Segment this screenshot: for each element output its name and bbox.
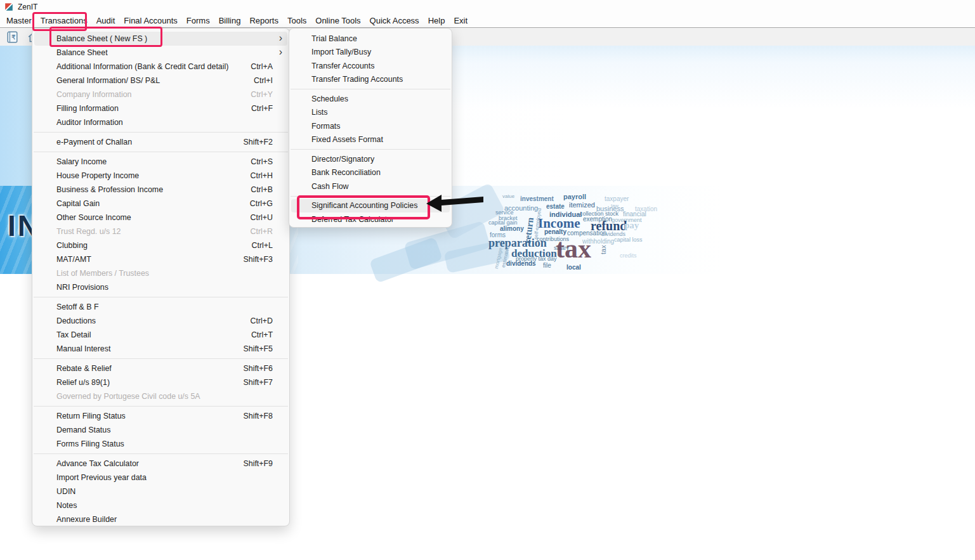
menu-item-annexure-builder[interactable]: Annexure Builder [34,512,287,526]
menu-item-import-previous-year-data[interactable]: Import Previous year data [34,471,287,485]
menu-item-salary-income[interactable]: Salary IncomeCtrl+S [34,155,287,169]
menubar-item-billing[interactable]: Billing [214,13,245,27]
menu-item-label: Notes [56,501,77,510]
menu-item-bank-reconciliation[interactable]: Bank Reconciliation [291,166,450,180]
menu-item-return-filing-status[interactable]: Return Filing StatusShift+F8 [34,409,287,423]
menu-item-governed-by-portugese-civil-code-u-s-5a: Governed by Portugese Civil code u/s 5A [34,389,287,403]
menu-item-transfer-accounts[interactable]: Transfer Accounts [291,59,450,73]
menu-item-mat-amt[interactable]: MAT/AMTShift+F3 [34,252,287,266]
transactions-menu: Balance Sheet ( New FS )›Balance Sheet›A… [32,28,290,526]
menu-item-schedules[interactable]: Schedules [291,92,450,106]
menubar-item-forms[interactable]: Forms [182,13,214,27]
menu-item-shortcut: Ctrl+S [251,157,273,166]
wordcloud-word: taxpayer [605,196,629,202]
menu-item-list-of-members-trustees: List of Members / Trustees [34,266,287,280]
menu-item-cash-flow[interactable]: Cash Flow [291,179,450,193]
menu-item-label: Deferred Tax Calculator [311,215,394,224]
menu-item-udin[interactable]: UDIN [34,485,287,498]
wordcloud-word: value [502,194,514,199]
menu-item-label: Annexure Builder [56,515,117,524]
title-bar: ZenIT [0,0,975,13]
menu-item-director-signatory[interactable]: Director/Signatory [291,152,450,166]
menubar-item-tools[interactable]: Tools [283,13,311,27]
menu-item-other-source-income[interactable]: Other Source IncomeCtrl+U [34,211,287,225]
menu-item-label: Business & Profession Income [56,185,163,194]
menu-item-shortcut: Ctrl+U [251,213,273,222]
menu-item-balance-sheet[interactable]: Balance Sheet› [34,46,287,60]
menu-item-nri-provisions[interactable]: NRI Provisions [34,280,287,294]
menu-item-formats[interactable]: Formats [291,119,450,133]
menu-item-e-payment-of-challan[interactable]: e-Payment of ChallanShift+F2 [34,135,287,149]
wordcloud-word: capital loss [614,237,643,243]
menu-item-label: Clubbing [56,241,88,250]
menu-item-lists[interactable]: Lists [291,106,450,120]
menubar-item-exit[interactable]: Exit [449,13,472,27]
menu-item-shortcut: Ctrl+G [250,199,273,208]
wordcloud-word: estate [546,204,565,210]
menu-item-house-property-income[interactable]: House Property IncomeCtrl+H [34,169,287,183]
menu-item-business-profession-income[interactable]: Business & Profession IncomeCtrl+B [34,183,287,197]
rupee-ledger-icon[interactable]: ₹ [4,29,20,44]
menu-item-import-tally-busy[interactable]: Import Tally/Busy [291,46,450,60]
menu-item-label: Additional Information (Bank & Credit Ca… [56,62,228,71]
menu-item-label: Import Previous year data [56,473,147,482]
menu-item-label: Trial Balance [311,34,357,43]
app-window: INC valueinvestmentpayrolltaxpayerlawacc… [0,0,975,560]
menu-separator [34,358,288,359]
menu-item-general-information-bs-p-l[interactable]: General Information/ BS/ P&LCtrl+I [34,74,287,88]
menu-item-rebate-relief[interactable]: Rebate & ReliefShift+F6 [34,361,287,375]
menu-item-advance-tax-calculator[interactable]: Advance Tax CalculatorShift+F9 [34,457,287,471]
menubar-item-audit[interactable]: Audit [92,13,120,27]
menu-item-fixed-assets-format[interactable]: Fixed Assets Format [291,133,450,147]
menu-item-shortcut: Ctrl+D [251,316,273,325]
menu-item-filling-information[interactable]: Filling InformationCtrl+F [34,101,287,115]
menu-item-label: Transfer Trading Accounts [311,75,403,84]
balance-sheet-new-fs-submenu: Trial BalanceImport Tally/BusyTransfer A… [289,28,452,228]
menubar-item-master[interactable]: Master [2,13,36,27]
menu-item-label: MAT/AMT [56,255,91,264]
menu-item-notes[interactable]: Notes [34,498,287,512]
menu-item-transfer-trading-accounts[interactable]: Transfer Trading Accounts [291,73,450,87]
menubar-item-reports[interactable]: Reports [245,13,283,27]
menu-item-demand-status[interactable]: Demand Status [34,423,287,437]
menu-item-deferred-tax-calculator[interactable]: Deferred Tax Calculator [291,212,450,226]
menu-separator [291,89,450,89]
menu-item-capital-gain[interactable]: Capital GainCtrl+G [34,197,287,211]
menu-item-label: Manual Interest [56,344,110,353]
menu-item-label: Significant Accounting Policies [311,201,417,210]
menubar-item-final-accounts[interactable]: Final Accounts [119,13,182,27]
wordcloud-word: pay [624,221,639,230]
menu-item-relief-u-s-89-1[interactable]: Relief u/s 89(1)Shift+F7 [34,375,287,389]
menu-item-shortcut: Shift+F7 [244,378,273,387]
menubar-item-help[interactable]: Help [424,13,450,27]
menubar-item-quick-access[interactable]: Quick Access [365,13,424,27]
menu-item-shortcut: Shift+F8 [244,412,273,420]
menu-item-significant-accounting-policies[interactable]: Significant Accounting Policies [291,199,450,213]
menu-item-balance-sheet-new-fs[interactable]: Balance Sheet ( New FS )› [34,32,287,46]
menu-item-shortcut: Ctrl+F [251,104,273,113]
menu-item-shortcut: Ctrl+I [254,76,273,85]
menu-item-shortcut: Ctrl+R [251,227,273,236]
menu-item-clubbing[interactable]: ClubbingCtrl+L [34,238,287,252]
menu-item-tax-detail[interactable]: Tax DetailCtrl+T [34,328,287,342]
menu-item-label: Advance Tax Calculator [56,459,139,468]
menu-item-shortcut: Shift+F9 [244,459,273,468]
menu-item-label: Rebate & Relief [56,364,112,373]
menu-item-shortcut: Ctrl+T [251,330,273,339]
menu-item-auditor-information[interactable]: Auditor Information [34,115,287,129]
menu-item-deductions[interactable]: DeductionsCtrl+D [34,314,287,328]
menu-item-label: Return Filing Status [56,412,126,420]
menu-item-forms-filing-status[interactable]: Forms Filing Status [34,437,287,451]
menu-item-label: Trust Regd. u/s 12 [56,227,121,236]
menubar-item-transactions[interactable]: Transactions [36,13,92,27]
menu-item-manual-interest[interactable]: Manual InterestShift+F5 [34,342,287,356]
menu-item-label: UDIN [56,487,75,496]
menu-item-shortcut: Shift+F6 [244,364,273,373]
menu-separator [34,406,288,407]
menubar-item-online-tools[interactable]: Online Tools [311,13,365,27]
menu-item-additional-information-bank-credit-card-detail[interactable]: Additional Information (Bank & Credit Ca… [34,60,287,74]
menu-item-label: Fixed Assets Format [311,135,383,144]
menu-item-trial-balance[interactable]: Trial Balance [291,32,450,46]
menu-item-setoff-b-f[interactable]: Setoff & B F [34,300,287,314]
menu-separator [34,132,288,133]
